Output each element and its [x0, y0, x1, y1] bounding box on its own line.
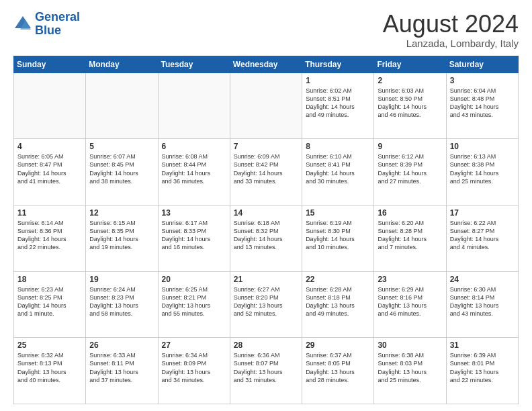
- day-number: 24: [450, 275, 515, 284]
- day-info: Sunrise: 6:13 AM Sunset: 8:38 PM Dayligh…: [450, 152, 515, 185]
- day-info: Sunrise: 6:08 AM Sunset: 8:44 PM Dayligh…: [162, 152, 226, 185]
- day-number: 17: [450, 208, 515, 218]
- calendar-cell: 22Sunrise: 6:28 AM Sunset: 8:18 PM Dayli…: [302, 271, 374, 338]
- day-info: Sunrise: 6:37 AM Sunset: 8:05 PM Dayligh…: [306, 351, 370, 384]
- day-number: 28: [234, 340, 298, 350]
- calendar-cell: 13Sunrise: 6:17 AM Sunset: 8:33 PM Dayli…: [158, 205, 230, 271]
- day-info: Sunrise: 6:07 AM Sunset: 8:45 PM Dayligh…: [89, 152, 154, 185]
- calendar-cell: 29Sunrise: 6:37 AM Sunset: 8:05 PM Dayli…: [302, 338, 374, 404]
- calendar-cell: 7Sunrise: 6:09 AM Sunset: 8:42 PM Daylig…: [230, 139, 302, 205]
- day-info: Sunrise: 6:39 AM Sunset: 8:01 PM Dayligh…: [450, 351, 515, 384]
- day-number: 7: [234, 142, 298, 151]
- calendar-cell: 23Sunrise: 6:29 AM Sunset: 8:16 PM Dayli…: [374, 271, 446, 338]
- calendar-cell: 28Sunrise: 6:36 AM Sunset: 8:07 PM Dayli…: [230, 338, 302, 404]
- day-info: Sunrise: 6:18 AM Sunset: 8:32 PM Dayligh…: [234, 219, 298, 252]
- logo-icon: [13, 15, 32, 34]
- logo-line2: Blue: [35, 24, 61, 37]
- weekday-row: SundayMondayTuesdayWednesdayThursdayFrid…: [14, 56, 519, 73]
- weekday-header: Wednesday: [230, 56, 302, 73]
- day-info: Sunrise: 6:29 AM Sunset: 8:16 PM Dayligh…: [378, 285, 442, 318]
- day-info: Sunrise: 6:09 AM Sunset: 8:42 PM Dayligh…: [234, 152, 298, 185]
- day-number: 21: [234, 275, 298, 284]
- calendar: SundayMondayTuesdayWednesdayThursdayFrid…: [13, 56, 519, 404]
- day-number: 12: [89, 208, 154, 218]
- day-number: 25: [17, 340, 82, 350]
- day-info: Sunrise: 6:15 AM Sunset: 8:35 PM Dayligh…: [89, 219, 154, 252]
- location: Lanzada, Lombardy, Italy: [383, 38, 519, 49]
- day-info: Sunrise: 6:32 AM Sunset: 8:13 PM Dayligh…: [17, 351, 82, 384]
- calendar-header: SundayMondayTuesdayWednesdayThursdayFrid…: [14, 56, 519, 73]
- day-number: 8: [306, 142, 370, 151]
- calendar-cell: 30Sunrise: 6:38 AM Sunset: 8:03 PM Dayli…: [374, 338, 446, 404]
- day-info: Sunrise: 6:24 AM Sunset: 8:23 PM Dayligh…: [89, 285, 154, 318]
- day-info: Sunrise: 6:38 AM Sunset: 8:03 PM Dayligh…: [378, 351, 442, 384]
- day-number: 26: [89, 340, 154, 350]
- calendar-cell: 4Sunrise: 6:05 AM Sunset: 8:47 PM Daylig…: [14, 139, 86, 205]
- day-number: 22: [306, 275, 370, 284]
- day-number: 2: [378, 76, 442, 85]
- weekday-header: Friday: [374, 56, 446, 73]
- day-number: 5: [89, 142, 154, 151]
- calendar-cell: 31Sunrise: 6:39 AM Sunset: 8:01 PM Dayli…: [446, 338, 518, 404]
- day-info: Sunrise: 6:10 AM Sunset: 8:41 PM Dayligh…: [306, 152, 370, 185]
- day-info: Sunrise: 6:03 AM Sunset: 8:50 PM Dayligh…: [378, 87, 442, 120]
- day-info: Sunrise: 6:02 AM Sunset: 8:51 PM Dayligh…: [306, 87, 370, 120]
- logo: General Blue: [13, 11, 80, 38]
- day-info: Sunrise: 6:36 AM Sunset: 8:07 PM Dayligh…: [234, 351, 298, 384]
- calendar-cell: 6Sunrise: 6:08 AM Sunset: 8:44 PM Daylig…: [158, 139, 230, 205]
- day-info: Sunrise: 6:27 AM Sunset: 8:20 PM Dayligh…: [234, 285, 298, 318]
- day-info: Sunrise: 6:05 AM Sunset: 8:47 PM Dayligh…: [17, 152, 82, 185]
- calendar-week-row: 11Sunrise: 6:14 AM Sunset: 8:36 PM Dayli…: [14, 205, 519, 271]
- day-number: 20: [162, 275, 226, 284]
- calendar-cell: 25Sunrise: 6:32 AM Sunset: 8:13 PM Dayli…: [14, 338, 86, 404]
- calendar-week-row: 4Sunrise: 6:05 AM Sunset: 8:47 PM Daylig…: [14, 139, 519, 205]
- weekday-header: Saturday: [446, 56, 518, 73]
- day-number: 13: [162, 208, 226, 218]
- weekday-header: Monday: [86, 56, 158, 73]
- header: General Blue August 2024 Lanzada, Lombar…: [13, 11, 519, 49]
- day-number: 1: [306, 76, 370, 85]
- calendar-cell: 21Sunrise: 6:27 AM Sunset: 8:20 PM Dayli…: [230, 271, 302, 338]
- month-year: August 2024: [383, 11, 519, 38]
- calendar-cell: 11Sunrise: 6:14 AM Sunset: 8:36 PM Dayli…: [14, 205, 86, 271]
- day-number: 16: [378, 208, 442, 218]
- day-number: 14: [234, 208, 298, 218]
- calendar-cell: 16Sunrise: 6:20 AM Sunset: 8:28 PM Dayli…: [374, 205, 446, 271]
- day-info: Sunrise: 6:17 AM Sunset: 8:33 PM Dayligh…: [162, 219, 226, 252]
- day-number: 4: [17, 142, 82, 151]
- weekday-header: Tuesday: [158, 56, 230, 73]
- calendar-cell: [14, 73, 86, 139]
- day-info: Sunrise: 6:22 AM Sunset: 8:27 PM Dayligh…: [450, 219, 515, 252]
- day-number: 9: [378, 142, 442, 151]
- day-info: Sunrise: 6:20 AM Sunset: 8:28 PM Dayligh…: [378, 219, 442, 252]
- calendar-cell: 2Sunrise: 6:03 AM Sunset: 8:50 PM Daylig…: [374, 73, 446, 139]
- calendar-cell: 17Sunrise: 6:22 AM Sunset: 8:27 PM Dayli…: [446, 205, 518, 271]
- day-number: 30: [378, 340, 442, 350]
- day-number: 27: [162, 340, 226, 350]
- calendar-cell: 3Sunrise: 6:04 AM Sunset: 8:48 PM Daylig…: [446, 73, 518, 139]
- day-info: Sunrise: 6:23 AM Sunset: 8:25 PM Dayligh…: [17, 285, 82, 318]
- day-info: Sunrise: 6:12 AM Sunset: 8:39 PM Dayligh…: [378, 152, 442, 185]
- calendar-cell: 14Sunrise: 6:18 AM Sunset: 8:32 PM Dayli…: [230, 205, 302, 271]
- calendar-cell: 9Sunrise: 6:12 AM Sunset: 8:39 PM Daylig…: [374, 139, 446, 205]
- day-number: 15: [306, 208, 370, 218]
- calendar-week-row: 1Sunrise: 6:02 AM Sunset: 8:51 PM Daylig…: [14, 73, 519, 139]
- calendar-cell: 5Sunrise: 6:07 AM Sunset: 8:45 PM Daylig…: [86, 139, 158, 205]
- weekday-header: Thursday: [302, 56, 374, 73]
- day-number: 11: [17, 208, 82, 218]
- day-info: Sunrise: 6:25 AM Sunset: 8:21 PM Dayligh…: [162, 285, 226, 318]
- calendar-cell: 18Sunrise: 6:23 AM Sunset: 8:25 PM Dayli…: [14, 271, 86, 338]
- day-info: Sunrise: 6:14 AM Sunset: 8:36 PM Dayligh…: [17, 219, 82, 252]
- day-number: 6: [162, 142, 226, 151]
- logo-text: General Blue: [35, 11, 80, 38]
- calendar-week-row: 25Sunrise: 6:32 AM Sunset: 8:13 PM Dayli…: [14, 338, 519, 404]
- day-info: Sunrise: 6:30 AM Sunset: 8:14 PM Dayligh…: [450, 285, 515, 318]
- day-info: Sunrise: 6:19 AM Sunset: 8:30 PM Dayligh…: [306, 219, 370, 252]
- calendar-cell: 26Sunrise: 6:33 AM Sunset: 8:11 PM Dayli…: [86, 338, 158, 404]
- day-number: 23: [378, 275, 442, 284]
- calendar-cell: 8Sunrise: 6:10 AM Sunset: 8:41 PM Daylig…: [302, 139, 374, 205]
- calendar-cell: [86, 73, 158, 139]
- day-number: 31: [450, 340, 515, 350]
- calendar-cell: [230, 73, 302, 139]
- calendar-cell: 27Sunrise: 6:34 AM Sunset: 8:09 PM Dayli…: [158, 338, 230, 404]
